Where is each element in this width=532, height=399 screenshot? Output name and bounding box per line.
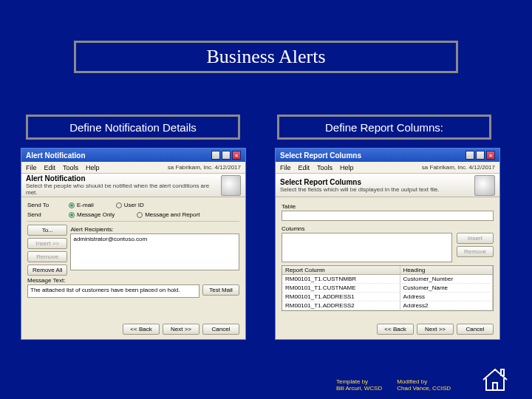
columns-listbox[interactable]: [282, 233, 452, 262]
table-dropdown[interactable]: [282, 211, 494, 221]
col-header-report: Report Column: [282, 266, 400, 274]
menubar: File Edit Tools Help sa Fabrikam, Inc. 4…: [276, 162, 499, 174]
right-heading-box: Define Report Columns:: [277, 115, 491, 140]
back-button[interactable]: << Back: [123, 324, 160, 335]
report-columns-list[interactable]: Report Column Heading RM00101_T1.CUSTNMB…: [282, 265, 494, 311]
close-icon[interactable]: ×: [232, 151, 241, 160]
cancel-button[interactable]: Cancel: [202, 324, 239, 335]
window-title: Select Report Columns: [280, 151, 361, 160]
list-item: RM00101_T1.CUSTNMBRCustomer_Number: [282, 275, 493, 284]
window-titlebar: Alert Notification _ □ ×: [21, 149, 245, 162]
credit-template-label: Template by: [336, 378, 382, 385]
left-heading-box: Define Notification Details: [26, 115, 240, 140]
right-heading: Define Report Columns:: [325, 121, 443, 134]
window-titlebar: Select Report Columns _ □ ×: [276, 149, 499, 162]
list-item: RM00101_T1.ADDRESS2Address2: [282, 301, 493, 310]
status-text: sa Fabrikam, Inc. 4/12/2017: [168, 164, 241, 171]
send-label: Send: [27, 211, 64, 218]
menu-tools[interactable]: Tools: [317, 164, 332, 171]
slide-title: Business Alerts: [206, 46, 325, 68]
next-button[interactable]: Next >>: [163, 324, 200, 335]
select-report-columns-window: Select Report Columns _ □ × File Edit To…: [275, 148, 500, 340]
alert-notification-window: Alert Notification _ □ × File Edit Tools…: [21, 148, 246, 340]
table-label: Table: [282, 203, 494, 210]
window-title: Alert Notification: [26, 151, 86, 160]
home-icon[interactable]: [480, 366, 510, 393]
credit-template-value: Bill Arcuri, WCSD: [336, 385, 382, 392]
cancel-button[interactable]: Cancel: [457, 324, 494, 335]
next-button[interactable]: Next >>: [417, 324, 454, 335]
columns-label: Columns: [282, 225, 452, 232]
bell-icon: [221, 175, 241, 196]
minimize-icon[interactable]: _: [211, 151, 220, 160]
credit-modified-value: Chad Vance, CCISD: [397, 385, 451, 392]
credits: Template by Bill Arcuri, WCSD Modified b…: [336, 378, 451, 392]
banner: Select Report Columns Select the fields …: [276, 174, 499, 197]
removeall-button[interactable]: Remove All: [27, 265, 67, 276]
back-button[interactable]: << Back: [377, 324, 414, 335]
banner-title: Alert Notification: [26, 174, 216, 183]
testmail-button[interactable]: Test Mail: [202, 284, 239, 296]
slide-title-box: Business Alerts: [74, 41, 458, 73]
menu-help[interactable]: Help: [340, 164, 354, 171]
menu-tools[interactable]: Tools: [63, 164, 78, 171]
message-label: Message Text:: [27, 277, 239, 284]
menu-edit[interactable]: Edit: [44, 164, 56, 171]
remove-button[interactable]: Remove: [27, 251, 67, 262]
list-item: RM00101_T1.ADDRESS1Address: [282, 293, 493, 301]
menu-file[interactable]: File: [280, 164, 291, 171]
banner-subtitle: Select the people who should be notified…: [26, 183, 216, 196]
banner: Alert Notification Select the people who…: [21, 174, 245, 197]
report-icon: [474, 175, 495, 196]
list-item: RM00101_T1.CUSTNAMECustomer_Name: [282, 284, 493, 293]
banner-title: Select Report Columns: [280, 178, 440, 186]
col-header-heading: Heading: [400, 266, 493, 274]
sendto-label: Send To: [27, 202, 64, 208]
maximize-icon[interactable]: □: [476, 151, 485, 160]
menubar: File Edit Tools Help sa Fabrikam, Inc. 4…: [21, 162, 245, 174]
recipients-field[interactable]: administrator@contoso.com: [70, 233, 239, 270]
radio-email[interactable]: E-mail: [69, 202, 94, 208]
insert-button[interactable]: Insert >>: [27, 238, 67, 249]
radio-message-only[interactable]: Message Only: [69, 211, 115, 218]
radio-userid[interactable]: User ID: [116, 202, 144, 208]
to-button[interactable]: To...: [27, 225, 67, 236]
recipients-label: Alert Recipients:: [70, 226, 239, 233]
status-text: sa Fabrikam, Inc. 4/12/2017: [422, 164, 495, 171]
menu-file[interactable]: File: [26, 164, 37, 171]
left-heading: Define Notification Details: [69, 121, 197, 134]
insert-button[interactable]: Insert: [457, 233, 494, 244]
message-field[interactable]: The attached list of customers have been…: [27, 284, 200, 298]
menu-edit[interactable]: Edit: [299, 164, 310, 171]
maximize-icon[interactable]: □: [222, 151, 231, 160]
credit-modified-label: Modified by: [397, 378, 451, 385]
radio-message-report[interactable]: Message and Report: [137, 211, 200, 218]
menu-help[interactable]: Help: [86, 164, 100, 171]
remove-button[interactable]: Remove: [457, 246, 494, 257]
minimize-icon[interactable]: _: [466, 151, 474, 160]
close-icon[interactable]: ×: [486, 151, 495, 160]
banner-subtitle: Select the fields which will be displaye…: [280, 186, 440, 193]
